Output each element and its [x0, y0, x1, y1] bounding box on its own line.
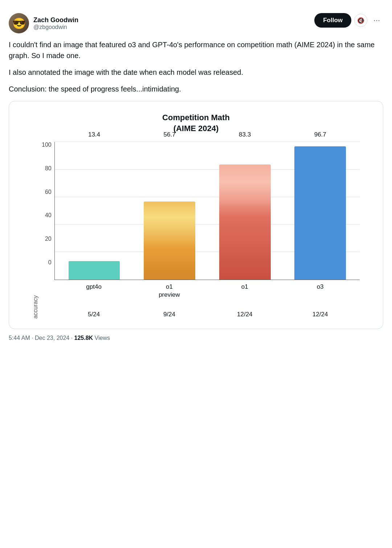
x-label-gpt4o: gpt4o [65, 283, 123, 299]
date-o1: 12/24 [216, 310, 273, 318]
mute-icon[interactable]: 🔇 [354, 14, 367, 27]
dates-row: 5/24 9/24 12/24 12/24 [54, 308, 360, 318]
chart-wrapper: accuracy 100 80 60 40 20 0 [32, 142, 360, 318]
tweet-container: Zach Goodwin @zbgoodwin Follow 🔇 ··· I c… [9, 7, 383, 347]
bar-col-o1: 83.3 [216, 142, 274, 280]
chart-container: Competition Math (AIME 2024) accuracy 10… [9, 101, 383, 329]
bar-col-gpt4o: 13.4 [66, 142, 123, 280]
x-labels-row: gpt4o o1preview o1 o3 [54, 280, 360, 299]
tweet-footer: 5:44 AM · Dec 23, 2024 · 125.8K Views [9, 335, 383, 341]
bar-value-o3: 96.7 [314, 131, 326, 138]
views-count: 125.8K [74, 335, 93, 341]
bar-col-o1preview: 56.7 [141, 142, 198, 280]
more-options-icon[interactable]: ··· [370, 14, 383, 27]
header-actions: Follow 🔇 ··· [314, 13, 383, 28]
bars-wrapper: 13.4 56.7 83.3 96.7 [54, 142, 360, 318]
date-gpt4o: 5/24 [65, 310, 123, 318]
x-label-o1preview: o1preview [141, 283, 198, 299]
bar-o3 [294, 146, 346, 280]
paragraph-2: I also annotated the image with the date… [9, 67, 383, 78]
paragraph-3: Conclusion: the speed of progress feels.… [9, 84, 383, 94]
bar-o1preview [144, 202, 195, 280]
user-info-section: Zach Goodwin @zbgoodwin [9, 13, 78, 33]
date-o3: 12/24 [291, 310, 349, 318]
bar-o1 [219, 165, 271, 280]
paragraph-1: I couldn't find an image that featured o… [9, 39, 383, 61]
y-label-100: 100 [42, 142, 52, 148]
date-o1preview: 9/24 [141, 310, 198, 318]
bar-value-o1: 83.3 [239, 131, 251, 138]
chart-title-line1: Competition Math [18, 113, 374, 122]
y-label-0: 0 [48, 260, 52, 265]
username[interactable]: @zbgoodwin [33, 24, 78, 31]
follow-button[interactable]: Follow [314, 13, 351, 28]
bar-col-o3: 96.7 [291, 142, 349, 280]
y-axis-title: accuracy [32, 142, 39, 318]
avatar[interactable] [9, 13, 29, 33]
bar-value-gpt4o: 13.4 [88, 131, 100, 138]
tweet-header: Zach Goodwin @zbgoodwin Follow 🔇 ··· [9, 13, 383, 33]
x-label-o3: o3 [291, 283, 349, 299]
timestamp: 5:44 AM · Dec 23, 2024 · [9, 335, 74, 341]
user-info: Zach Goodwin @zbgoodwin [33, 16, 78, 31]
x-label-o1: o1 [216, 283, 273, 299]
bars-inner: 13.4 56.7 83.3 96.7 [54, 142, 360, 280]
display-name: Zach Goodwin [33, 16, 78, 24]
y-label-20: 20 [45, 236, 52, 242]
views-label: Views [95, 335, 110, 341]
bar-value-o1preview: 56.7 [164, 131, 176, 138]
y-label-80: 80 [45, 166, 52, 171]
y-axis-labels: 100 80 60 40 20 0 [42, 142, 54, 280]
bar-gpt4o [69, 261, 120, 280]
y-label-40: 40 [45, 212, 52, 218]
y-label-60: 60 [45, 189, 52, 195]
tweet-body: I couldn't find an image that featured o… [9, 39, 383, 94]
